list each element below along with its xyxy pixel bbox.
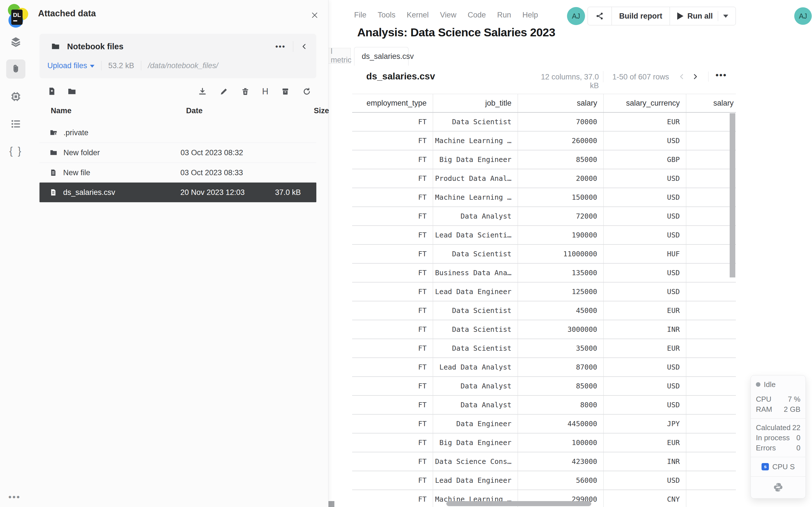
prev-page-button[interactable]: [676, 71, 688, 82]
new-folder-button[interactable]: [67, 87, 77, 96]
table-cell: FT: [352, 226, 433, 244]
app-window: FileToolsKernelViewCodeRunHelp AJ Build …: [0, 0, 812, 507]
table-cell: [686, 377, 736, 395]
python-kernel-indicator[interactable]: [751, 481, 806, 492]
table-cell: [686, 414, 736, 433]
csv-meta: 12 columns, 37.0 kB: [535, 73, 599, 90]
menu-item-help[interactable]: Help: [522, 11, 538, 19]
table-row[interactable]: FTBig Data Engineer85000GBP: [352, 151, 736, 169]
rename-button[interactable]: [219, 87, 229, 96]
hidden-files-toggle[interactable]: H: [262, 87, 268, 96]
list-icon: [10, 118, 22, 130]
collaborator-avatar[interactable]: AJ: [567, 7, 585, 25]
table-row[interactable]: FTMachine Learning …150000USD: [352, 188, 736, 207]
table-column-header[interactable]: salary_currency: [604, 94, 686, 112]
delete-button[interactable]: [241, 87, 250, 96]
column-date: Date: [186, 107, 203, 115]
files-card-menu-button[interactable]: •••: [275, 42, 286, 51]
table-row[interactable]: FTData Scientist3000000INR: [352, 320, 736, 339]
table-column-header[interactable]: salary: [518, 94, 604, 112]
table-row[interactable]: FTData Scientist45000EUR: [352, 301, 736, 320]
file-icon: [49, 188, 57, 196]
sidebar-more-button[interactable]: •••: [8, 492, 21, 502]
table-row[interactable]: FTData Analyst8000USD: [352, 396, 736, 414]
file-row-new-file[interactable]: New file 03 Oct 2023 08:33: [40, 163, 316, 182]
next-page-button[interactable]: [690, 71, 701, 82]
kernel-state-label: Idle: [764, 380, 776, 389]
table-cell: FT: [352, 471, 433, 490]
run-options-caret-icon[interactable]: [723, 15, 728, 18]
menu-item-tools[interactable]: Tools: [378, 11, 396, 19]
close-panel-button[interactable]: [309, 10, 320, 21]
sidebar-item-variables[interactable]: { }: [6, 142, 26, 161]
sidebar-item-attached-data[interactable]: [6, 59, 26, 78]
menu-item-file[interactable]: File: [354, 11, 366, 19]
table-cell: [686, 320, 736, 339]
sidebar-item-environment[interactable]: [6, 87, 26, 106]
table-cell: 150000: [518, 188, 604, 207]
errors-value: 0: [797, 444, 801, 452]
menu-item-code[interactable]: Code: [468, 11, 486, 19]
table-row[interactable]: FTLead Data Analyst87000USD: [352, 358, 736, 377]
table-row[interactable]: FTBusiness Data Ana…135000USD: [352, 264, 736, 283]
table-cell: 11000000: [518, 245, 604, 263]
collapse-card-button[interactable]: [301, 43, 308, 50]
table-row[interactable]: FTProduct Data Anal…20000USD: [352, 169, 736, 188]
table-cell: [686, 301, 736, 320]
table-cell: FT: [352, 245, 433, 263]
download-button[interactable]: [198, 87, 207, 96]
menu-item-view[interactable]: View: [440, 11, 456, 19]
table-row[interactable]: FTLead Data Engineer56000USD: [352, 471, 736, 490]
table-cell: Business Data Ana…: [433, 264, 518, 282]
run-all-button[interactable]: Run all: [670, 7, 735, 25]
menu-item-kernel[interactable]: Kernel: [407, 11, 429, 19]
table-cell: USD: [604, 283, 686, 301]
file-name: ds_salaries.csv: [63, 188, 181, 197]
menu-item-run[interactable]: Run: [497, 11, 511, 19]
table-row[interactable]: FTData Scientist11000000HUF: [352, 245, 736, 264]
table-row[interactable]: FTMachine Learning …260000USD: [352, 131, 736, 151]
pagination-info: 1-50 of 607 rows: [612, 73, 669, 81]
file-row-new-folder[interactable]: New folder 03 Oct 2023 08:32: [40, 143, 316, 163]
build-report-button[interactable]: Build report: [612, 7, 670, 25]
in-process-row: In process 0: [751, 433, 806, 443]
file-size: 37.0 kB: [268, 188, 301, 197]
table-row[interactable]: FTData Scientist70000EUR: [352, 113, 736, 131]
table-column-header[interactable]: job_title: [433, 94, 518, 112]
table-row[interactable]: FTData Science Cons…423000INR: [352, 452, 736, 471]
file-row-private[interactable]: .private: [40, 123, 316, 143]
table-vertical-scrollbar[interactable]: [730, 113, 735, 277]
table-row[interactable]: FTData Analyst72000USD: [352, 207, 736, 226]
sidebar-item-table-of-contents[interactable]: [6, 114, 26, 133]
user-avatar[interactable]: AJ: [794, 7, 812, 25]
table-row[interactable]: FTLead Data Scienti…190000USD: [352, 226, 736, 245]
table-row[interactable]: FTData Scientist35000EUR: [352, 339, 736, 358]
datalore-logo-icon[interactable]: DL: [5, 3, 30, 28]
table-row[interactable]: FTLead Data Engineer125000USD: [352, 283, 736, 301]
table-cell: EUR: [604, 113, 686, 131]
table-horizontal-scrollbar[interactable]: [446, 501, 591, 506]
table-row[interactable]: FTData Analyst85000USD: [352, 377, 736, 396]
table-cell: Data Analyst: [433, 377, 518, 395]
table-cell: JPY: [604, 414, 686, 433]
table-more-button[interactable]: •••: [716, 70, 727, 80]
file-row-ds-salaries[interactable]: ds_salaries.csv 20 Nov 2023 12:03 37.0 k…: [40, 182, 316, 202]
table-row[interactable]: FTData Engineer4450000JPY: [352, 414, 736, 434]
new-file-button[interactable]: [47, 87, 56, 96]
braces-icon: { }: [9, 145, 22, 157]
tab-ds-salaries[interactable]: ds_salaries.csv: [354, 47, 409, 66]
archive-button[interactable]: [281, 87, 290, 96]
table-column-header[interactable]: salary: [686, 94, 736, 112]
files-list-header: Name Date Size: [40, 107, 316, 119]
table-cell: HUF: [604, 245, 686, 263]
divider: [751, 418, 806, 418]
table-row[interactable]: FTBig Data Engineer100000EUR: [352, 434, 736, 452]
share-button[interactable]: [588, 7, 612, 25]
table-column-header[interactable]: employment_type: [352, 94, 433, 112]
upload-files-button[interactable]: Upload files: [47, 61, 94, 70]
machine-selector[interactable]: s CPU S: [751, 461, 806, 472]
paperclip-icon: [10, 63, 22, 75]
table-cell: Lead Data Analyst: [433, 358, 518, 376]
sidebar-item-layers[interactable]: [6, 32, 26, 51]
refresh-button[interactable]: [302, 87, 311, 96]
